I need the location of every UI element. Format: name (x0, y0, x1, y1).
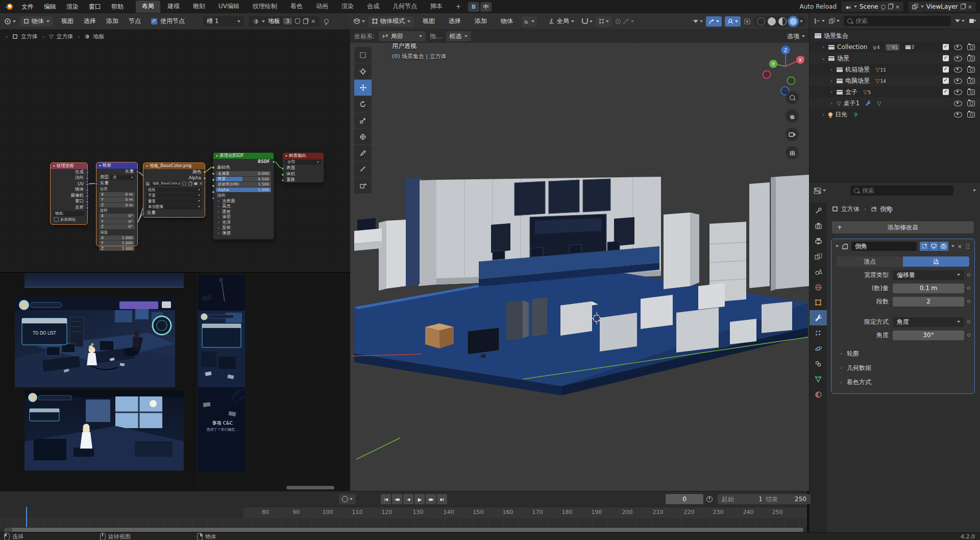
addon-zh-button[interactable]: 中 (480, 2, 492, 12)
value-field[interactable]: X1.000 (99, 236, 135, 241)
tab-sculpting[interactable]: 雕刻 (187, 1, 211, 13)
coord-system-dropdown[interactable]: 局部 (379, 31, 426, 41)
frame-end-field[interactable]: 结束250 (762, 494, 811, 504)
section-shading[interactable]: ›着色方式 (839, 377, 974, 387)
jump-to-end-button[interactable]: ▶| (437, 494, 447, 504)
tab-edges[interactable]: 边 (903, 256, 969, 267)
add-modifier-button[interactable]: + 添加修改器 (832, 221, 974, 233)
shading-rendered-icon[interactable] (789, 17, 797, 26)
shading-material-icon[interactable] (778, 17, 787, 26)
object-menu[interactable]: 物体 (496, 17, 518, 26)
exclude-checkbox[interactable] (943, 89, 949, 95)
tool-rotate[interactable] (354, 96, 372, 112)
render-visibility-icon[interactable] (967, 112, 975, 118)
tool-cursor[interactable] (354, 63, 372, 79)
tab-vertices[interactable]: 顶点 (837, 256, 903, 267)
expand-arrow-icon[interactable]: › (821, 44, 826, 50)
modifier-panel-header[interactable]: 倒角 × (831, 239, 974, 253)
image-name-field[interactable]: 地板_BaseColor.p... (151, 182, 181, 186)
shader-menu-select[interactable]: 选择 (79, 17, 101, 26)
tab-scene-icon[interactable] (810, 264, 827, 279)
tool-scale[interactable] (354, 112, 372, 128)
tab-scripting[interactable]: 脚本 (424, 1, 449, 13)
new-viewlayer-icon[interactable] (961, 4, 965, 9)
expand-arrow-icon[interactable]: › (829, 101, 834, 106)
tab-world-icon[interactable] (810, 279, 827, 295)
render-visibility-icon[interactable] (967, 101, 975, 106)
tool-select-box[interactable] (354, 47, 372, 63)
mode-dropdown[interactable]: 物体模式 (369, 16, 414, 27)
outliner-search-input[interactable]: 搜索 (844, 16, 951, 26)
xray-toggle[interactable] (744, 18, 751, 25)
tab-tool-icon[interactable] (810, 203, 827, 218)
add-menu[interactable]: 添加 (470, 17, 492, 26)
node-texture-coordinate[interactable]: 纹理坐标 生成 法向 UV 物体 摄像机 窗口 反射 物体: 从实例化 (50, 162, 88, 225)
timeline-scrollbar[interactable] (4, 528, 803, 532)
value-slider[interactable]: 金属度0.000 (216, 171, 271, 176)
tab-modifiers-icon[interactable] (810, 310, 827, 325)
drag-handle-icon[interactable] (965, 243, 970, 249)
open-image-icon[interactable] (194, 182, 198, 185)
hide-eye-icon[interactable] (954, 101, 962, 106)
image-editor-left[interactable]: TO DO LIST (0, 272, 194, 518)
jump-to-start-button[interactable]: |◀ (381, 494, 391, 504)
pin-icon[interactable] (881, 5, 886, 9)
object-visibility-dropdown[interactable] (693, 20, 703, 23)
shader-mode-dropdown[interactable]: 物体 (20, 16, 53, 27)
prev-keyframe-button[interactable]: ◀◆ (392, 494, 402, 504)
navigation-gizmo[interactable]: Z Y X (763, 45, 808, 98)
editor-type-dropdown[interactable] (353, 18, 365, 25)
tool-annotate[interactable] (354, 145, 372, 161)
shader-menu-node[interactable]: 节点 (124, 17, 146, 26)
image-editor-right[interactable]: 事项 C&C 完成了？你们确定… (194, 272, 350, 517)
blender-logo-icon[interactable] (4, 2, 14, 11)
tab-material-icon[interactable] (810, 387, 827, 402)
tab-modeling[interactable]: 建模 (161, 1, 186, 13)
pin-icon[interactable] (888, 207, 893, 212)
collapse-icon[interactable] (973, 190, 976, 192)
exclude-checkbox[interactable] (943, 66, 949, 73)
hide-eye-icon[interactable] (954, 67, 962, 73)
exclude-checkbox[interactable] (943, 44, 949, 50)
animate-dot[interactable] (967, 334, 970, 337)
tab-output-icon[interactable] (810, 233, 827, 249)
properties-search-input[interactable]: 搜索 (850, 185, 953, 196)
shading-solid-icon[interactable] (768, 17, 776, 26)
zoom-button[interactable] (786, 91, 799, 104)
menu-file[interactable]: 文件 (16, 3, 39, 11)
render-visibility-icon[interactable] (967, 56, 975, 61)
collapse-arrow-icon[interactable]: ⌄ (821, 56, 826, 61)
tab-compositing[interactable]: 合成 (361, 1, 385, 13)
animate-dot[interactable] (967, 287, 970, 290)
tab-object-icon[interactable] (810, 295, 827, 310)
exclude-checkbox[interactable] (943, 55, 949, 61)
editor-type-dropdown[interactable] (4, 18, 16, 25)
shading-wireframe-icon[interactable] (757, 17, 765, 26)
outliner-row-scene-collection[interactable]: 场景集合 (810, 30, 980, 41)
menu-help[interactable]: 帮助 (106, 3, 129, 11)
outliner-row-sunlight[interactable]: › 日光 (810, 109, 980, 120)
segments-field[interactable]: 2 (893, 297, 964, 307)
tool-transform[interactable] (354, 129, 372, 145)
pin-icon[interactable] (324, 19, 329, 24)
outliner-display-mode-dropdown[interactable] (814, 18, 825, 24)
width-type-dropdown[interactable]: 偏移量 (893, 270, 964, 280)
ortho-grid-button[interactable] (786, 146, 799, 159)
value-field[interactable]: Z0° (99, 224, 135, 229)
hide-eye-icon[interactable] (954, 78, 962, 84)
node-mapping[interactable]: 映射 矢量 类型 点 矢量 位置 X0 m Y0 m Z0 m 旋转 X0° Y… (96, 162, 138, 246)
section-profile[interactable]: ›轮廓 (839, 348, 974, 359)
material-slot-dropdown[interactable]: 槽 1 (203, 16, 244, 27)
outliner-row-table1[interactable]: › ▽ 桌子1 ▽ (810, 98, 980, 109)
gizmos-toggle[interactable] (706, 16, 722, 27)
collapse-icon[interactable] (836, 245, 839, 247)
overlays-toggle[interactable] (725, 16, 741, 27)
play-button[interactable]: ▶ (414, 494, 425, 504)
timeline-track[interactable] (0, 518, 807, 527)
hide-eye-icon[interactable] (954, 89, 962, 95)
snap-target-dropdown[interactable] (596, 16, 611, 27)
tab-texture-paint[interactable]: 纹理绘制 (247, 1, 283, 13)
render-display-toggle[interactable] (939, 242, 948, 251)
expand-arrow-icon[interactable]: › (829, 89, 834, 95)
node-material-output[interactable]: 材质输出 全部 表面 体积 置换 (282, 152, 324, 183)
